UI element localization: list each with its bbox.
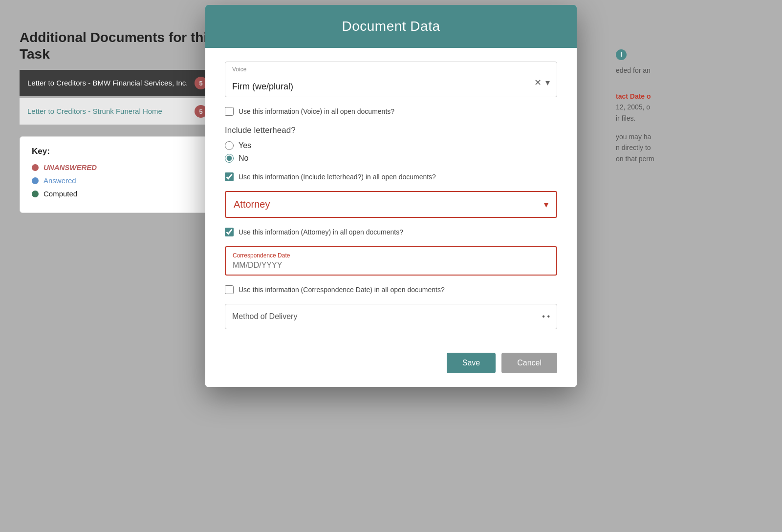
voice-checkbox-label: Use this information (Voice) in all open… xyxy=(239,107,394,115)
method-of-delivery-field[interactable]: Method of Delivery • • xyxy=(225,304,557,329)
modal-overlay: Document Data Voice Firm (we/plural) ✕ ▾… xyxy=(0,0,782,532)
chevron-down-icon[interactable]: ▾ xyxy=(545,77,550,88)
correspondence-checkbox-row: Use this information (Correspondence Dat… xyxy=(225,285,557,294)
letterhead-no-label: No xyxy=(239,154,248,163)
save-button[interactable]: Save xyxy=(447,353,496,373)
clear-icon[interactable]: ✕ xyxy=(534,77,542,88)
modal-title: Document Data xyxy=(221,19,561,34)
letterhead-yes-radio[interactable] xyxy=(225,141,234,150)
correspondence-checkbox[interactable] xyxy=(225,285,234,294)
document-data-modal: Document Data Voice Firm (we/plural) ✕ ▾… xyxy=(205,5,577,387)
attorney-checkbox[interactable] xyxy=(225,228,234,236)
cancel-button[interactable]: Cancel xyxy=(501,353,557,373)
voice-value: Firm (we/plural) xyxy=(232,82,293,92)
voice-field-group: Voice Firm (we/plural) ✕ ▾ xyxy=(225,62,557,97)
correspondence-date-field[interactable]: Correspondence Date xyxy=(225,246,557,276)
voice-checkbox-row: Use this information (Voice) in all open… xyxy=(225,107,557,116)
modal-footer: Save Cancel xyxy=(205,343,577,387)
attorney-chevron-icon[interactable]: ▾ xyxy=(544,199,548,210)
letterhead-checkbox[interactable] xyxy=(225,172,234,181)
attorney-select[interactable]: Attorney ▾ xyxy=(225,191,557,218)
modal-body: Voice Firm (we/plural) ✕ ▾ Use this info… xyxy=(205,48,577,343)
letterhead-question: Include letterhead? xyxy=(225,126,557,135)
attorney-checkbox-label: Use this information (Attorney) in all o… xyxy=(239,228,403,236)
voice-select-icons[interactable]: ✕ ▾ xyxy=(534,77,550,88)
voice-label: Voice xyxy=(232,66,246,73)
method-of-delivery-label: Method of Delivery xyxy=(232,312,297,321)
letterhead-no-row: No xyxy=(225,154,557,163)
attorney-checkbox-row: Use this information (Attorney) in all o… xyxy=(225,228,557,236)
modal-header: Document Data xyxy=(205,5,577,48)
letterhead-group: Include letterhead? Yes No xyxy=(225,126,557,163)
letterhead-checkbox-row: Use this information (Include letterhead… xyxy=(225,172,557,181)
attorney-value: Attorney xyxy=(234,199,270,210)
letterhead-yes-row: Yes xyxy=(225,141,557,150)
voice-select[interactable]: Voice Firm (we/plural) ✕ ▾ xyxy=(225,62,557,97)
method-of-delivery-dots: • • xyxy=(542,312,550,321)
letterhead-checkbox-label: Use this information (Include letterhead… xyxy=(239,173,436,181)
letterhead-no-radio[interactable] xyxy=(225,154,234,163)
correspondence-date-input[interactable] xyxy=(233,261,549,270)
correspondence-checkbox-label: Use this information (Correspondence Dat… xyxy=(239,286,445,294)
letterhead-yes-label: Yes xyxy=(239,141,251,150)
voice-checkbox[interactable] xyxy=(225,107,234,116)
correspondence-date-label: Correspondence Date xyxy=(233,252,549,259)
